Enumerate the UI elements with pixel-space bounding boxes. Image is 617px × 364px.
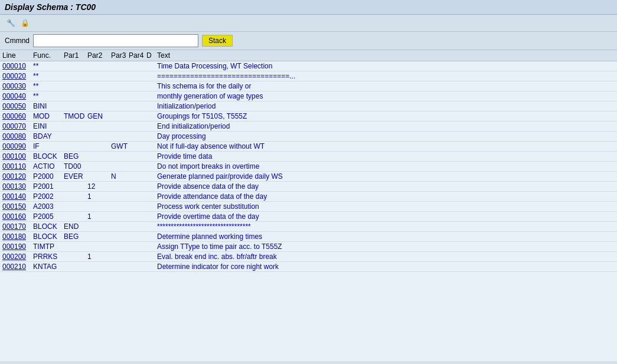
row-line[interactable]: 000210 — [2, 263, 33, 271]
row-par3 — [111, 122, 129, 130]
table-row[interactable]: 000020 ** ==============================… — [0, 71, 617, 81]
row-par3 — [111, 112, 129, 120]
row-par2 — [87, 62, 111, 70]
row-par1: BEG — [64, 152, 87, 160]
row-text: ********************************** — [157, 222, 615, 231]
row-func: A2003 — [33, 202, 64, 211]
row-line[interactable]: 000050 — [2, 102, 33, 110]
row-text: This schema is for the daily or — [157, 82, 615, 90]
table-row[interactable]: 000060 MOD TMOD GEN Groupings for T510S,… — [0, 112, 617, 122]
row-par3 — [111, 182, 129, 191]
row-line[interactable]: 000010 — [2, 62, 33, 70]
row-par3: GWT — [111, 142, 129, 150]
row-line[interactable]: 000190 — [2, 242, 33, 251]
row-line[interactable]: 000110 — [2, 162, 33, 170]
table-row[interactable]: 000070 EINI End initialization/period — [0, 122, 617, 132]
row-par2 — [87, 102, 111, 110]
header-par4: Par4 — [129, 51, 146, 60]
row-par2: 1 — [87, 212, 111, 221]
row-d — [146, 72, 157, 80]
row-par2 — [87, 162, 111, 170]
row-text: Groupings for T510S, T555Z — [157, 112, 615, 120]
row-line[interactable]: 000200 — [2, 252, 33, 261]
row-line[interactable]: 000170 — [2, 222, 33, 231]
row-par1 — [64, 72, 87, 80]
table-row[interactable]: 000130 P2001 12 Provide absence data of … — [0, 182, 617, 192]
row-par1 — [64, 82, 87, 90]
row-line[interactable]: 000100 — [2, 152, 33, 160]
row-line[interactable]: 000160 — [2, 212, 33, 221]
row-line[interactable]: 000080 — [2, 132, 33, 140]
row-func: KNTAG — [33, 263, 64, 271]
table-row[interactable]: 000160 P2005 1 Provide overtime data of … — [0, 212, 617, 222]
row-par2 — [87, 232, 111, 241]
table-row[interactable]: 000010 ** Time Data Processing, WT Selec… — [0, 61, 617, 71]
main-content: Line Func. Par1 Par2 Par3 Par4 D Text 00… — [0, 50, 617, 361]
row-line[interactable]: 000180 — [2, 232, 33, 241]
row-func: BLOCK — [33, 232, 64, 241]
row-par4 — [129, 192, 146, 201]
toolbar: 🔧 🔒 — [0, 15, 617, 32]
row-line[interactable]: 000120 — [2, 172, 33, 181]
table-row[interactable]: 000180 BLOCK BEG Determine planned worki… — [0, 232, 617, 242]
row-par4 — [129, 162, 146, 170]
table-row[interactable]: 000050 BINI Initialization/period — [0, 101, 617, 112]
row-par4 — [129, 212, 146, 221]
command-input[interactable] — [33, 34, 198, 47]
row-par1 — [64, 132, 87, 140]
table-row[interactable]: 000190 TIMTP Assign TType to time pair a… — [0, 242, 617, 252]
header-par1: Par1 — [64, 51, 87, 60]
tool-icon[interactable]: 🔧 — [5, 17, 17, 29]
row-d — [146, 112, 157, 120]
table-row[interactable]: 000090 IF GWT Not if full-day absence wi… — [0, 142, 617, 152]
row-func: ACTIO — [33, 162, 64, 170]
row-line[interactable]: 000040 — [2, 92, 33, 100]
row-line[interactable]: 000030 — [2, 82, 33, 90]
row-line[interactable]: 000070 — [2, 122, 33, 130]
row-par2: GEN — [87, 112, 111, 120]
row-line[interactable]: 000150 — [2, 202, 33, 211]
lock-icon[interactable]: 🔒 — [19, 17, 31, 29]
table-row[interactable]: 000100 BLOCK BEG Provide time data — [0, 152, 617, 162]
table-row[interactable]: 000140 P2002 1 Provide attendance data o… — [0, 192, 617, 202]
command-bar: Cmmnd Stack — [0, 32, 617, 50]
table-row[interactable]: 000170 BLOCK END ***********************… — [0, 222, 617, 232]
row-text: Time Data Processing, WT Selection — [157, 62, 615, 70]
row-func: BINI — [33, 102, 64, 110]
row-par4 — [129, 92, 146, 100]
row-func: ** — [33, 72, 64, 80]
row-d — [146, 162, 157, 170]
row-text: Provide absence data of the day — [157, 182, 615, 191]
table-row[interactable]: 000030 ** This schema is for the daily o… — [0, 81, 617, 91]
row-line[interactable]: 000090 — [2, 142, 33, 150]
row-par4 — [129, 132, 146, 140]
table-row[interactable]: 000080 BDAY Day processing — [0, 132, 617, 142]
row-d — [146, 82, 157, 90]
row-line[interactable]: 000060 — [2, 112, 33, 120]
row-par1 — [64, 192, 87, 201]
row-par1 — [64, 102, 87, 110]
row-line[interactable]: 000020 — [2, 72, 33, 80]
row-line[interactable]: 000130 — [2, 182, 33, 191]
row-par3 — [111, 263, 129, 271]
row-func: IF — [33, 142, 64, 150]
row-par2 — [87, 152, 111, 160]
stack-button[interactable]: Stack — [202, 35, 233, 47]
row-d — [146, 152, 157, 160]
row-text: Process work center substitution — [157, 202, 615, 211]
row-line[interactable]: 000140 — [2, 192, 33, 201]
row-par3 — [111, 62, 129, 70]
table-row[interactable]: 000040 ** monthly generation of wage typ… — [0, 91, 617, 101]
row-d — [146, 222, 157, 231]
table-row[interactable]: 000210 KNTAG Determine indicator for cor… — [0, 262, 617, 272]
row-text: Provide attendance data of the day — [157, 192, 615, 201]
table-row[interactable]: 000150 A2003 Process work center substit… — [0, 202, 617, 212]
row-par1 — [64, 122, 87, 130]
table-row[interactable]: 000200 PRRKS 1 Eval. break end inc. abs.… — [0, 252, 617, 262]
row-d — [146, 172, 157, 181]
table-row[interactable]: 000120 P2000 EVER N Generate planned pai… — [0, 172, 617, 182]
row-par2: 12 — [87, 182, 111, 191]
row-text: Provide time data — [157, 152, 615, 160]
table-row[interactable]: 000110 ACTIO TD00 Do not import breaks i… — [0, 162, 617, 172]
row-text: Determine planned working times — [157, 232, 615, 241]
